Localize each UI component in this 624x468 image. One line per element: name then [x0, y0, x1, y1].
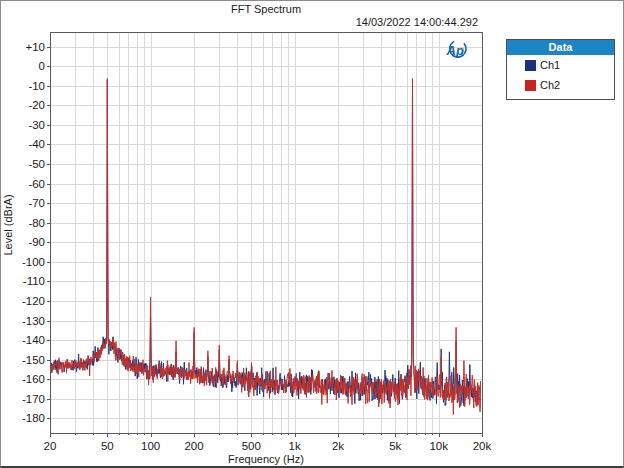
svg-text:-100: -100 — [22, 256, 45, 268]
svg-text:-70: -70 — [28, 197, 45, 209]
legend-item-ch2[interactable]: Ch2 — [507, 75, 614, 95]
svg-text:-30: -30 — [28, 119, 45, 131]
trace-ch2 — [50, 79, 482, 415]
svg-text:+10: +10 — [25, 41, 45, 53]
svg-text:20k: 20k — [473, 440, 492, 452]
svg-text:500: 500 — [242, 440, 261, 452]
spectrum-traces — [50, 79, 482, 415]
svg-text:-50: -50 — [28, 158, 45, 170]
legend-panel: Data Ch1 Ch2 — [506, 39, 615, 100]
svg-text:-180: -180 — [22, 412, 45, 424]
legend-item-label: Ch2 — [540, 79, 560, 91]
legend-item-ch1[interactable]: Ch1 — [507, 55, 614, 75]
ch1-color-swatch — [525, 60, 536, 71]
app-window: FFT Spectrum 14/03/2022 14:00:44.292 +10… — [0, 0, 624, 468]
svg-text:-110: -110 — [23, 275, 45, 287]
svg-text:2k: 2k — [332, 440, 344, 452]
x-tick-labels: 20501002005001k2k5k10k20k — [44, 440, 492, 452]
svg-text:-40: -40 — [28, 138, 45, 150]
svg-text:0: 0 — [39, 60, 45, 72]
svg-text:-170: -170 — [22, 393, 45, 405]
trace-ch1 — [50, 80, 482, 409]
svg-text:-60: -60 — [28, 178, 45, 190]
svg-text:-80: -80 — [28, 217, 45, 229]
ch2-color-swatch — [525, 80, 536, 91]
legend-item-label: Ch1 — [540, 59, 560, 71]
y-axis-label: Level (dBrA) — [2, 165, 16, 285]
legend-header: Data — [507, 40, 614, 55]
svg-text:-140: -140 — [22, 334, 45, 346]
y-tick-labels: +100-10-20-30-40-50-60-70-80-90-100-110-… — [22, 41, 45, 425]
svg-text:-160: -160 — [22, 373, 45, 385]
svg-text:100: 100 — [141, 440, 160, 452]
svg-text:-90: -90 — [28, 236, 45, 248]
svg-text:200: 200 — [184, 440, 203, 452]
svg-text:50: 50 — [101, 440, 114, 452]
svg-text:20: 20 — [44, 440, 57, 452]
svg-text:-150: -150 — [22, 354, 45, 366]
svg-text:-130: -130 — [22, 315, 45, 327]
ap-logo-icon: Ap — [442, 40, 472, 61]
svg-text:5k: 5k — [389, 440, 401, 452]
svg-text:-20: -20 — [28, 99, 45, 111]
x-axis-label: Frequency (Hz) — [166, 453, 366, 465]
svg-text:-120: -120 — [22, 295, 45, 307]
svg-text:-10: -10 — [28, 80, 45, 92]
svg-text:10k: 10k — [429, 440, 448, 452]
svg-text:Ap: Ap — [446, 43, 464, 58]
svg-text:1k: 1k — [289, 440, 301, 452]
